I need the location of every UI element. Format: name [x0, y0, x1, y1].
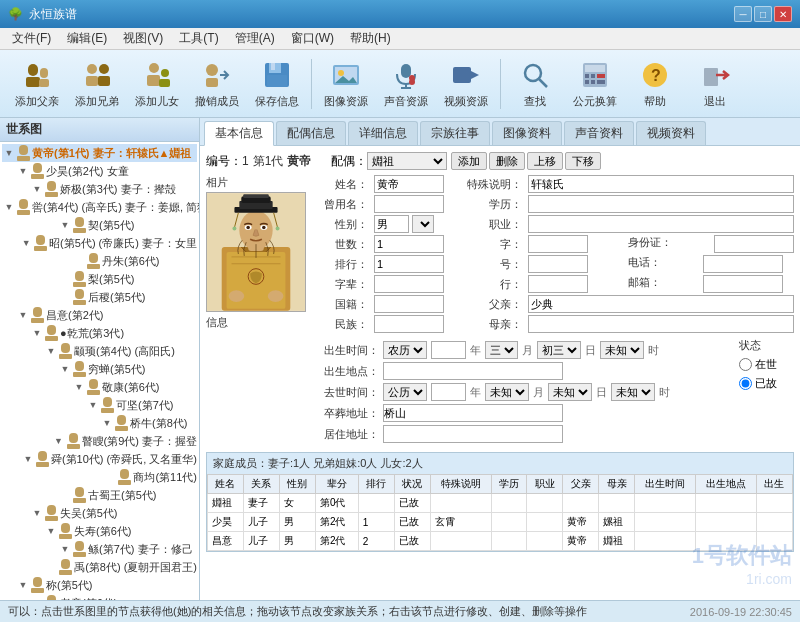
tree-expand-0[interactable]: ▼ — [2, 144, 16, 162]
death-year-input[interactable] — [431, 383, 466, 401]
help-button[interactable]: ? 帮助 — [626, 55, 684, 113]
idcard-input[interactable] — [714, 235, 794, 253]
tree-expand-gaoyao[interactable]: ▼ — [52, 432, 66, 450]
tree-node-shishou[interactable]: ▼ 失寿(第6代) — [2, 522, 197, 540]
audio-button[interactable]: 声音资源 — [377, 55, 435, 113]
death-day-select[interactable]: 未知 — [548, 383, 592, 401]
tree-expand-qiaoniu[interactable]: ▼ — [100, 414, 114, 432]
delete-spouse-button[interactable]: 删除 — [489, 152, 525, 170]
menu-edit[interactable]: 编辑(E) — [59, 28, 115, 49]
ethnicity-input[interactable] — [374, 315, 444, 333]
tree-expand-2[interactable]: ▼ — [30, 180, 44, 198]
tree-expand-5[interactable]: ▼ — [19, 234, 33, 252]
calc-button[interactable]: 公元换算 — [566, 55, 624, 113]
lineage-input[interactable] — [374, 275, 444, 293]
birth-time-select[interactable]: 未知 — [600, 341, 644, 359]
minimize-button[interactable]: ─ — [734, 6, 752, 22]
email-input[interactable] — [703, 275, 783, 293]
family-row-2[interactable]: 昌意 儿子 男 第2代 2 已故 黄帝 婣祖 — [208, 532, 793, 551]
rank-input[interactable] — [374, 255, 444, 273]
tree-expand-1[interactable]: ▼ — [16, 162, 30, 180]
tree-node-houji[interactable]: ▼ 后稷(第5代) — [2, 288, 197, 306]
tree-node-jiaoji[interactable]: ▼ 娇极(第3代) 妻子：撵殻 — [2, 180, 197, 198]
tree-expand-jingkang[interactable]: ▼ — [72, 378, 86, 396]
down-spouse-button[interactable]: 下移 — [565, 152, 601, 170]
tab-images[interactable]: 图像资料 — [492, 121, 562, 145]
tree-expand-cheng[interactable]: ▼ — [16, 576, 30, 594]
add-spouse-button[interactable]: 添加 — [451, 152, 487, 170]
education-input[interactable] — [528, 195, 794, 213]
tree-node-zhuanxu[interactable]: ▼ 颛顼(第4代) (高阳氏) — [2, 342, 197, 360]
burial-input[interactable] — [383, 404, 563, 422]
tree-node-qianhang[interactable]: ▼ ●乾荒(第3代) — [2, 324, 197, 342]
former-name-input[interactable] — [374, 195, 444, 213]
merge-member-button[interactable]: 撤销成员 — [188, 55, 246, 113]
tree-expand-shun[interactable]: ▼ — [21, 450, 35, 468]
close-button[interactable]: ✕ — [774, 6, 792, 22]
tree-node-zhao[interactable]: ▼ 昭(第5代) (帝廉氏) 妻子：女里 — [2, 234, 197, 252]
spouse-select[interactable]: 婣祖 — [367, 152, 447, 170]
tree-node-li[interactable]: ▼ 梨(第5代) — [2, 270, 197, 288]
menu-file[interactable]: 文件(F) — [4, 28, 59, 49]
position-input[interactable] — [528, 215, 794, 233]
tree-node-yu[interactable]: ▼ 禹(第8代) (夏朝开国君王) — [2, 558, 197, 576]
tree-expand-qiongsan[interactable]: ▼ — [58, 360, 72, 378]
tree-node-qi[interactable]: ▼ 契(第5代) — [2, 216, 197, 234]
tree-node-shangjun[interactable]: ▼ 商均(第11代) — [2, 468, 197, 486]
tree-expand-qianhang[interactable]: ▼ — [30, 324, 44, 342]
tab-family-events[interactable]: 宗族往事 — [420, 121, 490, 145]
tree-expand-shishou[interactable]: ▼ — [44, 522, 58, 540]
tree-node-jingkang[interactable]: ▼ 敬康(第6代) — [2, 378, 197, 396]
row-input[interactable] — [528, 275, 588, 293]
tree-expand-3[interactable]: ▼ — [2, 198, 16, 216]
birthplace-input[interactable] — [383, 362, 563, 380]
gender-input[interactable] — [374, 215, 409, 233]
tree-node-kejian[interactable]: ▼ 可坚(第7代) — [2, 396, 197, 414]
birth-month-select[interactable]: 三 — [485, 341, 518, 359]
tree-expand-chanyi[interactable]: ▼ — [16, 306, 30, 324]
word-input[interactable] — [528, 235, 588, 253]
tab-marriage[interactable]: 配偶信息 — [276, 121, 346, 145]
tree-node-laotong[interactable]: ▼ 老童(第6代) — [2, 594, 197, 600]
menu-window[interactable]: 窗口(W) — [283, 28, 342, 49]
tree-node-shaohao[interactable]: ▼ 少昊(第2代) 女童 — [2, 162, 197, 180]
tree-expand-zhuanxu[interactable]: ▼ — [44, 342, 58, 360]
photo-box[interactable] — [206, 192, 306, 312]
family-row-0[interactable]: 婣祖 妻子 女 第0代 已故 — [208, 494, 793, 513]
mother-input[interactable] — [528, 315, 794, 333]
exit-button[interactable]: 退出 — [686, 55, 744, 113]
family-row-1[interactable]: 少昊 儿子 男 第2代 1 已故 玄霄 黄帝 嫘祖 — [208, 513, 793, 532]
tree-node-shiwu[interactable]: ▼ 失吴(第5代) — [2, 504, 197, 522]
tree-expand-kejian[interactable]: ▼ — [86, 396, 100, 414]
tree-expand-gun[interactable]: ▼ — [58, 540, 72, 558]
tree-node-qiongsan[interactable]: ▼ 穷蝉(第5代) — [2, 360, 197, 378]
tree-node-gushu[interactable]: ▼ 古蜀王(第5代) — [2, 486, 197, 504]
tree-node-chanyi[interactable]: ▼ 昌意(第2代) — [2, 306, 197, 324]
deceased-radio[interactable] — [739, 377, 752, 390]
tree-node-danfu[interactable]: ▼ 丹朱(第6代) — [2, 252, 197, 270]
add-sibling-button[interactable]: 添加兄弟 — [68, 55, 126, 113]
generation-input[interactable] — [374, 235, 444, 253]
birth-year-input[interactable] — [431, 341, 466, 359]
menu-view[interactable]: 视图(V) — [115, 28, 171, 49]
phone-input[interactable] — [703, 255, 783, 273]
menu-manage[interactable]: 管理(A) — [227, 28, 283, 49]
tree-node-gun[interactable]: ▼ 鲧(第7代) 妻子：修己 — [2, 540, 197, 558]
gender-select[interactable]: ▼ — [412, 215, 434, 233]
tab-detail[interactable]: 详细信息 — [348, 121, 418, 145]
tree-node-huangdi[interactable]: ▼ 黄帝(第1代) 妻子：轩辕氏▲婣祖 — [2, 144, 197, 162]
tree-expand-4[interactable]: ▼ — [58, 216, 72, 234]
search-button[interactable]: 查找 — [506, 55, 564, 113]
nation-input[interactable] — [374, 295, 444, 313]
death-time-select[interactable]: 未知 — [611, 383, 655, 401]
tab-video[interactable]: 视频资料 — [636, 121, 706, 145]
father-input[interactable] — [528, 295, 794, 313]
tree-node-gaoyao[interactable]: ▼ 瞽瞍(第9代) 妻子：握登 — [2, 432, 197, 450]
add-parent-button[interactable]: + 添加父亲 — [8, 55, 66, 113]
maximize-button[interactable]: □ — [754, 6, 772, 22]
tab-audio[interactable]: 声音资料 — [564, 121, 634, 145]
video-button[interactable]: 视频资源 — [437, 55, 495, 113]
tree-expand-shiwu[interactable]: ▼ — [30, 504, 44, 522]
menu-tools[interactable]: 工具(T) — [171, 28, 226, 49]
tree-node-shun[interactable]: ▼ 舜(第10代) (帝舜氏, 又名重华) — [2, 450, 197, 468]
